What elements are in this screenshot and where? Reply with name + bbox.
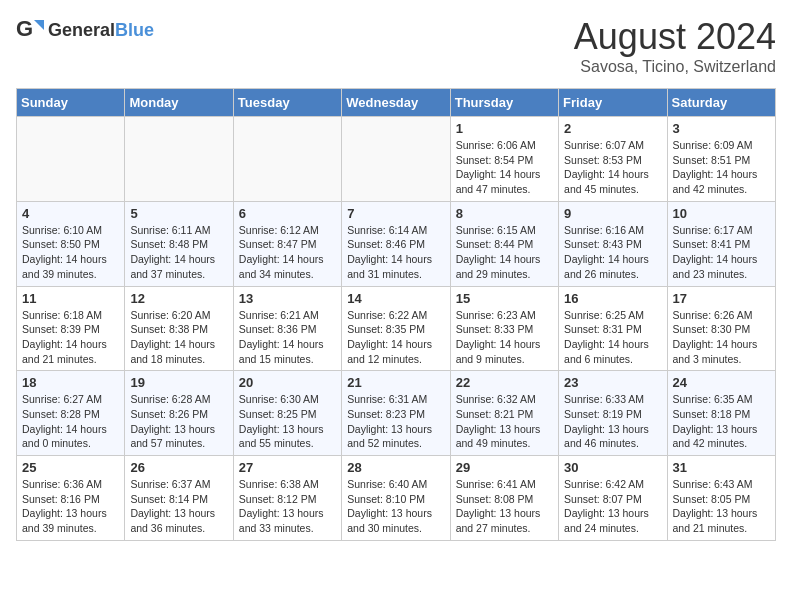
logo-text-general: General: [48, 20, 115, 40]
day-number: 29: [456, 460, 553, 475]
calendar-cell: 14Sunrise: 6:22 AMSunset: 8:35 PMDayligh…: [342, 286, 450, 371]
day-number: 4: [22, 206, 119, 221]
day-number: 15: [456, 291, 553, 306]
day-of-week-header: Wednesday: [342, 89, 450, 117]
svg-text:G: G: [16, 16, 33, 41]
month-title: August 2024: [574, 16, 776, 58]
calendar-cell: 29Sunrise: 6:41 AMSunset: 8:08 PMDayligh…: [450, 456, 558, 541]
day-number: 3: [673, 121, 770, 136]
day-number: 5: [130, 206, 227, 221]
day-number: 17: [673, 291, 770, 306]
calendar-week-row: 11Sunrise: 6:18 AMSunset: 8:39 PMDayligh…: [17, 286, 776, 371]
day-info: Sunrise: 6:06 AMSunset: 8:54 PMDaylight:…: [456, 138, 553, 197]
day-info: Sunrise: 6:35 AMSunset: 8:18 PMDaylight:…: [673, 392, 770, 451]
day-info: Sunrise: 6:31 AMSunset: 8:23 PMDaylight:…: [347, 392, 444, 451]
day-number: 26: [130, 460, 227, 475]
day-info: Sunrise: 6:12 AMSunset: 8:47 PMDaylight:…: [239, 223, 336, 282]
calendar-cell: 23Sunrise: 6:33 AMSunset: 8:19 PMDayligh…: [559, 371, 667, 456]
calendar-cell: 28Sunrise: 6:40 AMSunset: 8:10 PMDayligh…: [342, 456, 450, 541]
calendar-cell: 24Sunrise: 6:35 AMSunset: 8:18 PMDayligh…: [667, 371, 775, 456]
day-info: Sunrise: 6:41 AMSunset: 8:08 PMDaylight:…: [456, 477, 553, 536]
day-info: Sunrise: 6:07 AMSunset: 8:53 PMDaylight:…: [564, 138, 661, 197]
day-number: 30: [564, 460, 661, 475]
calendar-header-row: SundayMondayTuesdayWednesdayThursdayFrid…: [17, 89, 776, 117]
day-info: Sunrise: 6:18 AMSunset: 8:39 PMDaylight:…: [22, 308, 119, 367]
day-info: Sunrise: 6:26 AMSunset: 8:30 PMDaylight:…: [673, 308, 770, 367]
day-info: Sunrise: 6:21 AMSunset: 8:36 PMDaylight:…: [239, 308, 336, 367]
calendar-cell: 12Sunrise: 6:20 AMSunset: 8:38 PMDayligh…: [125, 286, 233, 371]
calendar-cell: 1Sunrise: 6:06 AMSunset: 8:54 PMDaylight…: [450, 117, 558, 202]
logo-icon: G: [16, 16, 44, 44]
calendar-table: SundayMondayTuesdayWednesdayThursdayFrid…: [16, 88, 776, 541]
title-block: August 2024 Savosa, Ticino, Switzerland: [574, 16, 776, 76]
day-number: 16: [564, 291, 661, 306]
calendar-week-row: 4Sunrise: 6:10 AMSunset: 8:50 PMDaylight…: [17, 201, 776, 286]
day-number: 7: [347, 206, 444, 221]
calendar-cell: 19Sunrise: 6:28 AMSunset: 8:26 PMDayligh…: [125, 371, 233, 456]
svg-marker-1: [34, 20, 44, 30]
day-number: 1: [456, 121, 553, 136]
day-info: Sunrise: 6:20 AMSunset: 8:38 PMDaylight:…: [130, 308, 227, 367]
day-info: Sunrise: 6:42 AMSunset: 8:07 PMDaylight:…: [564, 477, 661, 536]
day-number: 8: [456, 206, 553, 221]
day-number: 13: [239, 291, 336, 306]
logo-text-blue: Blue: [115, 20, 154, 40]
calendar-cell: 20Sunrise: 6:30 AMSunset: 8:25 PMDayligh…: [233, 371, 341, 456]
day-info: Sunrise: 6:37 AMSunset: 8:14 PMDaylight:…: [130, 477, 227, 536]
day-number: 10: [673, 206, 770, 221]
calendar-cell: 21Sunrise: 6:31 AMSunset: 8:23 PMDayligh…: [342, 371, 450, 456]
day-info: Sunrise: 6:36 AMSunset: 8:16 PMDaylight:…: [22, 477, 119, 536]
calendar-cell: 30Sunrise: 6:42 AMSunset: 8:07 PMDayligh…: [559, 456, 667, 541]
calendar-cell: 2Sunrise: 6:07 AMSunset: 8:53 PMDaylight…: [559, 117, 667, 202]
day-number: 27: [239, 460, 336, 475]
calendar-cell: [342, 117, 450, 202]
location-title: Savosa, Ticino, Switzerland: [574, 58, 776, 76]
day-info: Sunrise: 6:25 AMSunset: 8:31 PMDaylight:…: [564, 308, 661, 367]
day-number: 20: [239, 375, 336, 390]
calendar-cell: 31Sunrise: 6:43 AMSunset: 8:05 PMDayligh…: [667, 456, 775, 541]
calendar-cell: 9Sunrise: 6:16 AMSunset: 8:43 PMDaylight…: [559, 201, 667, 286]
day-info: Sunrise: 6:23 AMSunset: 8:33 PMDaylight:…: [456, 308, 553, 367]
day-info: Sunrise: 6:43 AMSunset: 8:05 PMDaylight:…: [673, 477, 770, 536]
day-number: 19: [130, 375, 227, 390]
day-info: Sunrise: 6:09 AMSunset: 8:51 PMDaylight:…: [673, 138, 770, 197]
calendar-week-row: 18Sunrise: 6:27 AMSunset: 8:28 PMDayligh…: [17, 371, 776, 456]
calendar-cell: 4Sunrise: 6:10 AMSunset: 8:50 PMDaylight…: [17, 201, 125, 286]
calendar-cell: 11Sunrise: 6:18 AMSunset: 8:39 PMDayligh…: [17, 286, 125, 371]
day-info: Sunrise: 6:40 AMSunset: 8:10 PMDaylight:…: [347, 477, 444, 536]
day-info: Sunrise: 6:16 AMSunset: 8:43 PMDaylight:…: [564, 223, 661, 282]
day-info: Sunrise: 6:14 AMSunset: 8:46 PMDaylight:…: [347, 223, 444, 282]
logo: G GeneralBlue: [16, 16, 154, 44]
calendar-cell: 5Sunrise: 6:11 AMSunset: 8:48 PMDaylight…: [125, 201, 233, 286]
day-info: Sunrise: 6:11 AMSunset: 8:48 PMDaylight:…: [130, 223, 227, 282]
day-of-week-header: Sunday: [17, 89, 125, 117]
calendar-cell: 17Sunrise: 6:26 AMSunset: 8:30 PMDayligh…: [667, 286, 775, 371]
day-number: 2: [564, 121, 661, 136]
calendar-cell: 3Sunrise: 6:09 AMSunset: 8:51 PMDaylight…: [667, 117, 775, 202]
day-number: 22: [456, 375, 553, 390]
day-of-week-header: Friday: [559, 89, 667, 117]
day-info: Sunrise: 6:30 AMSunset: 8:25 PMDaylight:…: [239, 392, 336, 451]
calendar-cell: 13Sunrise: 6:21 AMSunset: 8:36 PMDayligh…: [233, 286, 341, 371]
day-info: Sunrise: 6:32 AMSunset: 8:21 PMDaylight:…: [456, 392, 553, 451]
calendar-week-row: 1Sunrise: 6:06 AMSunset: 8:54 PMDaylight…: [17, 117, 776, 202]
day-of-week-header: Saturday: [667, 89, 775, 117]
day-number: 9: [564, 206, 661, 221]
calendar-week-row: 25Sunrise: 6:36 AMSunset: 8:16 PMDayligh…: [17, 456, 776, 541]
day-number: 23: [564, 375, 661, 390]
day-info: Sunrise: 6:38 AMSunset: 8:12 PMDaylight:…: [239, 477, 336, 536]
calendar-cell: 22Sunrise: 6:32 AMSunset: 8:21 PMDayligh…: [450, 371, 558, 456]
day-info: Sunrise: 6:33 AMSunset: 8:19 PMDaylight:…: [564, 392, 661, 451]
calendar-cell: 7Sunrise: 6:14 AMSunset: 8:46 PMDaylight…: [342, 201, 450, 286]
day-of-week-header: Monday: [125, 89, 233, 117]
calendar-cell: 27Sunrise: 6:38 AMSunset: 8:12 PMDayligh…: [233, 456, 341, 541]
day-number: 11: [22, 291, 119, 306]
calendar-body: 1Sunrise: 6:06 AMSunset: 8:54 PMDaylight…: [17, 117, 776, 541]
day-number: 24: [673, 375, 770, 390]
day-info: Sunrise: 6:28 AMSunset: 8:26 PMDaylight:…: [130, 392, 227, 451]
calendar-cell: 26Sunrise: 6:37 AMSunset: 8:14 PMDayligh…: [125, 456, 233, 541]
day-number: 12: [130, 291, 227, 306]
day-info: Sunrise: 6:17 AMSunset: 8:41 PMDaylight:…: [673, 223, 770, 282]
calendar-cell: [233, 117, 341, 202]
day-number: 6: [239, 206, 336, 221]
